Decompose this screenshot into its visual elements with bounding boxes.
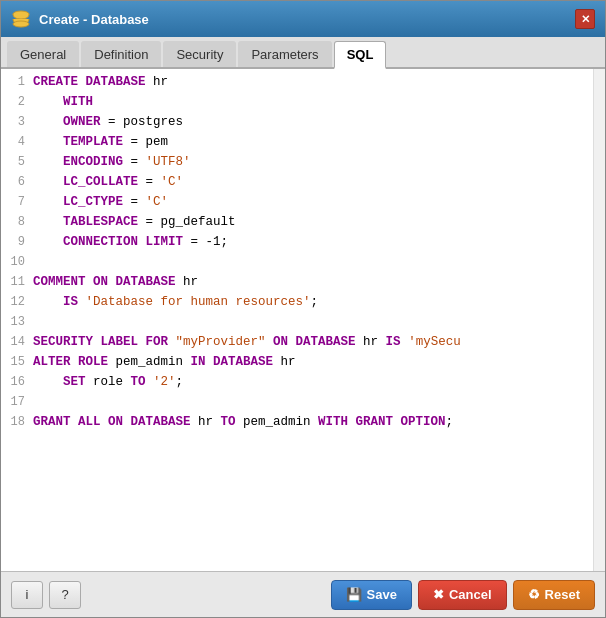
cancel-button[interactable]: ✖ Cancel xyxy=(418,580,507,610)
line-number: 17 xyxy=(1,393,33,412)
tab-sql[interactable]: SQL xyxy=(334,41,387,69)
line-content: TEMPLATE = pem xyxy=(33,133,593,152)
line-content: ENCODING = 'UTF8' xyxy=(33,153,593,172)
reset-icon: ♻ xyxy=(528,587,540,602)
code-line-16: 16 SET role TO '2'; xyxy=(1,373,593,393)
line-number: 16 xyxy=(1,373,33,392)
line-number: 3 xyxy=(1,113,33,132)
footer-right-buttons: 💾 Save ✖ Cancel ♻ Reset xyxy=(331,580,595,610)
create-database-window: Create - Database ✕ General Definition S… xyxy=(0,0,606,618)
code-line-17: 17 xyxy=(1,393,593,413)
cancel-label: Cancel xyxy=(449,587,492,602)
line-number: 1 xyxy=(1,73,33,92)
sql-editor[interactable]: 1CREATE DATABASE hr2 WITH3 OWNER = postg… xyxy=(1,69,593,571)
line-content: IS 'Database for human resources'; xyxy=(33,293,593,312)
line-content: COMMENT ON DATABASE hr xyxy=(33,273,593,292)
tab-security[interactable]: Security xyxy=(163,41,236,67)
line-number: 8 xyxy=(1,213,33,232)
code-line-5: 5 ENCODING = 'UTF8' xyxy=(1,153,593,173)
content-area: 1CREATE DATABASE hr2 WITH3 OWNER = postg… xyxy=(1,69,605,571)
line-content: SECURITY LABEL FOR "myProvider" ON DATAB… xyxy=(33,333,593,352)
line-number: 15 xyxy=(1,353,33,372)
line-content: CONNECTION LIMIT = -1; xyxy=(33,233,593,252)
code-line-10: 10 xyxy=(1,253,593,273)
code-line-6: 6 LC_COLLATE = 'C' xyxy=(1,173,593,193)
close-button[interactable]: ✕ xyxy=(575,9,595,29)
line-number: 2 xyxy=(1,93,33,112)
cancel-icon: ✖ xyxy=(433,587,444,602)
info-button[interactable]: i xyxy=(11,581,43,609)
code-line-4: 4 TEMPLATE = pem xyxy=(1,133,593,153)
line-content: CREATE DATABASE hr xyxy=(33,73,593,92)
database-icon xyxy=(11,9,31,29)
footer-left-buttons: i ? xyxy=(11,581,81,609)
scrollbar[interactable] xyxy=(593,69,605,571)
tab-definition[interactable]: Definition xyxy=(81,41,161,67)
line-content: ALTER ROLE pem_admin IN DATABASE hr xyxy=(33,353,593,372)
code-line-2: 2 WITH xyxy=(1,93,593,113)
line-content: TABLESPACE = pg_default xyxy=(33,213,593,232)
line-number: 12 xyxy=(1,293,33,312)
line-content: SET role TO '2'; xyxy=(33,373,593,392)
window-title: Create - Database xyxy=(39,12,149,27)
line-content: LC_CTYPE = 'C' xyxy=(33,193,593,212)
code-line-18: 18GRANT ALL ON DATABASE hr TO pem_admin … xyxy=(1,413,593,433)
code-line-14: 14SECURITY LABEL FOR "myProvider" ON DAT… xyxy=(1,333,593,353)
save-icon: 💾 xyxy=(346,587,362,602)
svg-point-1 xyxy=(13,21,29,27)
save-label: Save xyxy=(367,587,397,602)
code-line-1: 1CREATE DATABASE hr xyxy=(1,73,593,93)
code-line-8: 8 TABLESPACE = pg_default xyxy=(1,213,593,233)
code-line-12: 12 IS 'Database for human resources'; xyxy=(1,293,593,313)
line-number: 5 xyxy=(1,153,33,172)
code-line-11: 11COMMENT ON DATABASE hr xyxy=(1,273,593,293)
line-content: OWNER = postgres xyxy=(33,113,593,132)
reset-button[interactable]: ♻ Reset xyxy=(513,580,595,610)
line-content: WITH xyxy=(33,93,593,112)
line-number: 11 xyxy=(1,273,33,292)
line-number: 10 xyxy=(1,253,33,272)
tab-parameters[interactable]: Parameters xyxy=(238,41,331,67)
line-content: GRANT ALL ON DATABASE hr TO pem_admin WI… xyxy=(33,413,593,432)
line-number: 14 xyxy=(1,333,33,352)
line-content: LC_COLLATE = 'C' xyxy=(33,173,593,192)
line-number: 7 xyxy=(1,193,33,212)
code-line-15: 15ALTER ROLE pem_admin IN DATABASE hr xyxy=(1,353,593,373)
tab-general[interactable]: General xyxy=(7,41,79,67)
line-number: 6 xyxy=(1,173,33,192)
code-line-9: 9 CONNECTION LIMIT = -1; xyxy=(1,233,593,253)
tab-bar: General Definition Security Parameters S… xyxy=(1,37,605,69)
line-number: 9 xyxy=(1,233,33,252)
reset-label: Reset xyxy=(545,587,580,602)
code-line-7: 7 LC_CTYPE = 'C' xyxy=(1,193,593,213)
line-number: 13 xyxy=(1,313,33,332)
line-number: 4 xyxy=(1,133,33,152)
code-line-13: 13 xyxy=(1,313,593,333)
footer: i ? 💾 Save ✖ Cancel ♻ Reset xyxy=(1,571,605,617)
line-number: 18 xyxy=(1,413,33,432)
code-wrapper: 1CREATE DATABASE hr2 WITH3 OWNER = postg… xyxy=(1,69,605,571)
title-bar: Create - Database ✕ xyxy=(1,1,605,37)
save-button[interactable]: 💾 Save xyxy=(331,580,412,610)
code-line-3: 3 OWNER = postgres xyxy=(1,113,593,133)
title-bar-left: Create - Database xyxy=(11,9,149,29)
help-button[interactable]: ? xyxy=(49,581,81,609)
